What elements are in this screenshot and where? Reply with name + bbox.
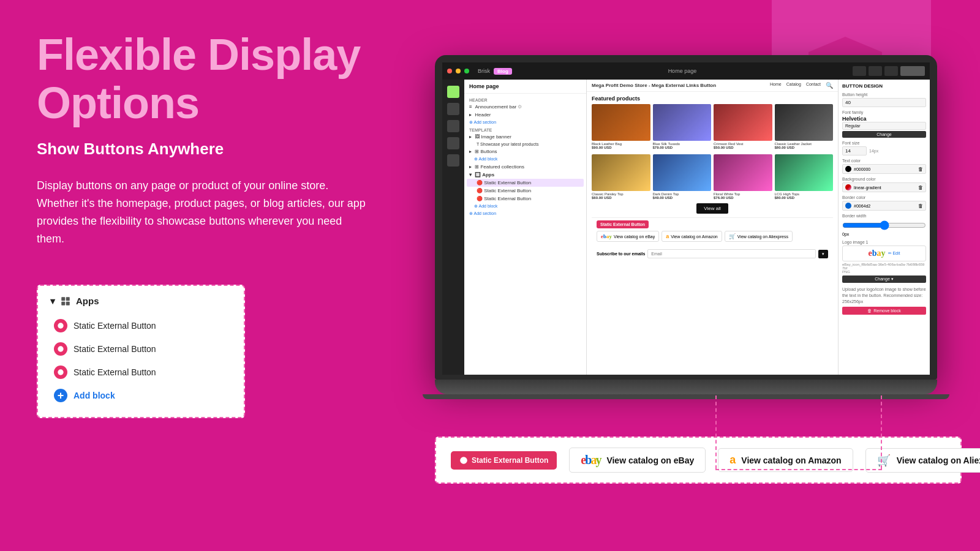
store-static-btn[interactable]: Static External Button — [597, 220, 649, 228]
store-featured: Featured products Black Leather Bag$90.0… — [587, 92, 838, 264]
laptop-bottom — [423, 394, 949, 399]
bg-color-dot — [845, 184, 851, 190]
bg-color-swatch[interactable]: linear-gradient 🗑 — [842, 182, 926, 192]
remove-block-btn[interactable]: 🗑 Remove block — [842, 307, 926, 315]
product-4[interactable]: Classic Leather Jacket$80.00 USD — [775, 104, 834, 151]
tree-announcement[interactable]: ≡ Announcement bar ⚙ — [467, 103, 584, 111]
font-size-control: 14 14px — [842, 146, 926, 156]
product-6[interactable]: Dark Denim Top$49.00 USD — [653, 154, 712, 201]
logo-format: PNG — [842, 270, 926, 274]
apps-item-label-3: Static External Button — [74, 367, 156, 377]
apps-item-icon-1 — [54, 319, 67, 332]
tree-featured[interactable]: ▸ ⊞ Featured collections — [467, 163, 584, 171]
apps-item-label-2: Static External Button — [74, 344, 156, 354]
static-btn-icon — [459, 456, 468, 465]
tree-add-section-2[interactable]: ⊕ Add section — [467, 210, 584, 217]
border-width-slider[interactable] — [842, 220, 926, 230]
store-preview: Mega Profit Demo Store - Mega External L… — [587, 80, 838, 375]
search-icon[interactable]: 🔍 — [826, 82, 833, 89]
apps-toggle-icon[interactable]: ▾ — [50, 296, 55, 307]
product-5[interactable]: Classic Paisley Top$60.00 USD — [592, 154, 650, 201]
design-panel-title: BUTTON DESIGN — [842, 83, 926, 89]
store-nav: Home Catalog Contact 🔍 — [770, 82, 833, 89]
panel-title: Home page — [464, 80, 586, 94]
ebay-catalog-btn[interactable]: ebay View catalog on eBay — [569, 448, 706, 473]
product-1[interactable]: Black Leather Bag$90.00 USD — [592, 104, 650, 151]
tree-section-header: HEADER — [467, 96, 584, 103]
store-title: Mega Profit Demo Store - Mega External L… — [592, 83, 716, 88]
font-size-value[interactable]: 14 — [842, 146, 867, 156]
subscribe-btn[interactable]: ▾ — [818, 250, 828, 258]
aliexpress-catalog-btn[interactable]: 🛒 View catalog on Aliexpress — [865, 448, 980, 473]
logo-preview: ebay ✏ Edit — [842, 246, 926, 261]
nav-catalog[interactable]: Catalog — [786, 82, 801, 89]
apps-item-2[interactable]: Static External Button — [50, 337, 232, 361]
nav-icon-2[interactable] — [447, 120, 459, 132]
tree-image-banner[interactable]: ▸ 🖼 Image banner — [467, 133, 584, 141]
tree-section-template: TEMPLATE — [467, 126, 584, 133]
tree-apps[interactable]: ▾ 🔲 Apps — [467, 171, 584, 179]
add-block-item[interactable]: + Add block — [50, 384, 232, 407]
tree-add-block-1[interactable]: ⊕ Add block — [467, 156, 584, 163]
nav-icon-4[interactable] — [447, 154, 459, 167]
product-2[interactable]: Blue Silk Tuxedo$79.00 USD — [653, 104, 712, 151]
view-all-btn[interactable]: View all — [696, 203, 728, 214]
svg-rect-1 — [66, 297, 70, 301]
tree-showcase[interactable]: T Showcase your latest products — [467, 141, 584, 148]
static-external-btn[interactable]: Static External Button — [451, 451, 557, 470]
aliexpress-catalog-btn-small[interactable]: 🛒 View catalog on Aliexpress — [725, 231, 793, 242]
svg-rect-2 — [61, 301, 65, 305]
tree-static-btn-3[interactable]: 🔴 Static External Button — [467, 195, 584, 203]
border-color-swatch[interactable]: #0064d2 🗑 — [842, 201, 926, 211]
logo-edit-link[interactable]: ✏ Edit — [888, 251, 900, 256]
aliexpress-catalog-label: View catalog on Aliexpress — [897, 455, 980, 465]
main-title: Flexible Display Options — [37, 31, 368, 127]
tree-add-section-1[interactable]: ⊕ Add section — [467, 119, 584, 126]
bg-color-delete-icon[interactable]: 🗑 — [918, 185, 923, 190]
design-value-height[interactable]: 40 — [842, 98, 926, 107]
store-btn-row: Static External Button — [597, 220, 828, 228]
svg-rect-0 — [61, 297, 65, 301]
nav-home[interactable]: Home — [770, 82, 782, 89]
nav-icon-3[interactable] — [447, 137, 459, 149]
catalog-btns-row: ebay View catalog on eBay a View catalog… — [597, 231, 828, 242]
apps-item-3[interactable]: Static External Button — [50, 361, 232, 384]
top-bar-page: Home page — [668, 68, 697, 74]
text-color-delete-icon[interactable]: 🗑 — [918, 167, 923, 172]
design-label-logo: Logo image 1 — [842, 240, 926, 244]
design-font-style[interactable]: Regular — [842, 122, 926, 130]
connector-line-bottom — [715, 469, 882, 470]
tree-static-btn-2[interactable]: 🔴 Static External Button — [467, 187, 584, 195]
tree-header[interactable]: ▸ Header — [467, 111, 584, 119]
featured-title: Featured products — [592, 96, 833, 102]
amazon-catalog-btn-small[interactable]: a View catalog on Amazon — [662, 231, 722, 242]
editor-right-panel: BUTTON DESIGN Button height 40 Font fami… — [838, 80, 930, 375]
bottom-buttons-showcase: Static External Button ebay View catalog… — [435, 437, 962, 484]
connector-line-right — [881, 395, 882, 469]
design-row-border-width: Border width 0px — [842, 214, 926, 237]
design-row-height: Button height 40 — [842, 92, 926, 107]
tree-add-block-2[interactable]: ⊕ Add block — [467, 203, 584, 210]
design-label-height: Button height — [842, 92, 926, 97]
product-3[interactable]: Crimson Red Vest$50.00 USD — [714, 104, 772, 151]
tree-static-btn-1[interactable]: 🔴 Static External Button — [467, 179, 584, 187]
apps-item-1[interactable]: Static External Button — [50, 314, 232, 337]
subscribe-input[interactable] — [647, 249, 816, 258]
nav-icon-1[interactable] — [447, 103, 459, 115]
logo-instructions: Upload your logo/icon image to show befo… — [842, 287, 926, 304]
bg-color-value: linear-gradient — [854, 186, 881, 190]
tree-buttons[interactable]: ▸ ⊞ Buttons — [467, 148, 584, 156]
product-7[interactable]: Floral White Top$76.00 USD — [714, 154, 772, 201]
change-logo-btn[interactable]: Change ▾ — [842, 276, 926, 283]
editor-top-bar: Brisk Blog Home page — [442, 62, 930, 80]
text-color-swatch[interactable]: #000000 🗑 — [842, 164, 926, 174]
editor-main-area: Mega Profit Demo Store - Mega External L… — [587, 80, 838, 375]
product-8[interactable]: LCG High Tops$80.00 USD — [775, 154, 834, 201]
nav-contact[interactable]: Contact — [806, 82, 821, 89]
store-buttons-area: Static External Button ebay View catalog… — [592, 217, 833, 247]
laptop-screen-outer: Brisk Blog Home page — [435, 55, 937, 380]
font-size-unit: 14px — [869, 149, 878, 153]
ebay-catalog-btn-small[interactable]: ebay View catalog on eBay — [597, 231, 659, 242]
change-font-btn[interactable]: Change — [842, 131, 926, 138]
border-color-delete-icon[interactable]: 🗑 — [918, 203, 923, 209]
